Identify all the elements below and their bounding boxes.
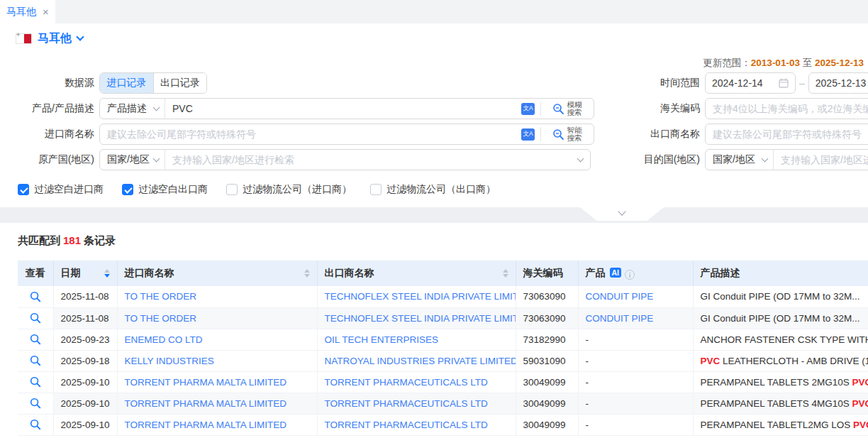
exporter-link[interactable]: TECHNOFLEX STEEL INDIA PRIVATE LIMITED [325,313,516,324]
date-to-input[interactable]: 2025-12-13 [808,72,868,94]
table-row: 2025-11-08 TO THE ORDER TECHNOFLEX STEEL… [18,307,868,329]
checkbox-filter-blank-exporter[interactable]: 过滤空白出口商 [122,183,208,196]
date-range-separator: – [799,77,805,89]
cell-product: - [578,393,693,414]
cell-importer: KELLY INDUSTRIES [117,350,317,371]
sort-icon[interactable] [503,269,508,278]
update-range-from: 2013-01-03 [751,58,800,68]
cell-hscode: 73063090 [516,286,578,307]
date-from-input[interactable]: 2024-12-14 [705,72,796,94]
cell-description: GI Conduit PIPE (OD 17MM to 32M... [693,307,868,329]
product-link[interactable]: - [586,420,589,430]
country-header: 马耳他 [0,23,868,53]
view-detail-icon[interactable] [30,291,41,302]
importer-link[interactable]: ENEMED CO LTD [125,334,203,345]
exporter-link[interactable]: OIL TECH ENTERPRISES [325,334,439,345]
checkbox-icon[interactable] [226,184,238,195]
importer-link[interactable]: TO THE ORDER [125,291,197,302]
tab-malta-label: 马耳他 [6,6,36,18]
translate-icon[interactable]: 文A [521,103,535,115]
product-link[interactable]: - [586,334,589,345]
hscode-input[interactable] [705,98,868,119]
checkbox-filter-blank-importer[interactable]: 过滤空白进口商 [18,183,104,196]
exporter-link[interactable]: TORRENT PHARMACEUTICALS LTD [325,420,488,430]
exporter-link[interactable]: TORRENT PHARMACEUTICALS LTD [325,398,488,409]
product-link[interactable]: - [586,377,589,388]
view-detail-icon[interactable] [30,398,41,409]
chevron-down-icon [153,155,160,163]
update-range-to: 2025-12-13 [815,58,864,68]
close-icon[interactable]: × [43,6,49,17]
destination-country-input[interactable] [774,150,868,170]
cell-date: 2025-09-10 [53,414,117,435]
importer-link[interactable]: TO THE ORDER [125,313,197,324]
chevron-down-icon [153,104,160,111]
cell-date: 2025-09-10 [53,393,117,414]
origin-type-select[interactable]: 国家/地区 [100,150,165,170]
smart-search-button[interactable]: 智能搜索 [541,124,594,144]
product-search-input[interactable] [165,99,521,119]
col-header-exporter[interactable]: 出口商名称 [317,261,516,286]
cell-date: 2025-09-18 [53,350,117,371]
product-link[interactable]: - [586,398,589,409]
translate-icon[interactable]: 文A [521,128,535,141]
cell-description: PVC LEATHERCLOTH - AMB DRIVE (1... [693,350,868,371]
tab-import-records[interactable]: 进口记录 [100,73,153,93]
checkbox-icon[interactable] [122,184,133,195]
search-icon [552,103,564,115]
cell-exporter: TORRENT PHARMACEUTICALS LTD [317,371,516,393]
exporter-link[interactable]: NATROYAL INDUSTRIES PRIVATE LIMITED [325,356,516,366]
exporter-link[interactable]: TECHNOFLEX STEEL INDIA PRIVATE LIMITED [325,291,516,302]
importer-input-group: 文A 智能搜索 [99,124,594,145]
checkbox-filter-logistics-importer[interactable]: 过滤物流公司（进口商） [226,183,352,196]
origin-label: 原产国(地区) [0,153,94,166]
timerange-label: 时间范围 [207,77,700,89]
cell-date: 2025-09-23 [53,329,117,350]
origin-country-input[interactable] [165,150,578,170]
tab-export-records[interactable]: 出口记录 [153,73,206,93]
cell-description: PERAMPANEL TABLETS 4MG10S PVC... [693,393,868,414]
product-link[interactable]: CONDUIT PIPE [586,291,654,302]
cell-date: 2025-11-08 [53,307,117,329]
cell-importer: ENEMED CO LTD [117,329,317,350]
cell-exporter: TORRENT PHARMACEUTICALS LTD [317,393,516,414]
checkbox-icon[interactable] [370,184,382,195]
exporter-input[interactable] [705,124,868,145]
col-header-date[interactable]: 日期 [53,261,117,286]
importer-link[interactable]: TORRENT PHARMA MALTA LIMITED [125,398,287,409]
cell-product: - [578,414,693,435]
importer-input[interactable] [100,124,521,144]
exporter-link[interactable]: TORRENT PHARMACEUTICALS LTD [325,377,488,388]
date-from-value: 2024-12-14 [712,77,763,89]
importer-link[interactable]: KELLY INDUSTRIES [125,356,214,366]
sort-icon[interactable] [104,269,110,278]
view-detail-icon[interactable] [30,376,41,388]
fuzzy-search-button[interactable]: 模糊搜索 [541,99,594,119]
checkbox-icon[interactable] [18,184,29,195]
tab-malta[interactable]: 马耳他 × [0,0,55,23]
destination-input-group: 国家/地区 [705,149,868,170]
exporter-label: 出口商名称 [594,128,700,141]
cell-description: ANCHOR FASTENER CSK TYPE WITH ... [693,329,868,350]
info-icon[interactable]: i [625,270,635,280]
importer-link[interactable]: TORRENT PHARMA MALTA LIMITED [125,420,287,430]
collapse-panel-button[interactable] [580,207,664,221]
sort-icon[interactable] [304,269,310,278]
cell-product: CONDUIT PIPE [578,286,693,307]
importer-link[interactable]: TORRENT PHARMA MALTA LIMITED [125,377,287,388]
product-type-select[interactable]: 产品描述 [100,99,165,119]
view-detail-icon[interactable] [30,312,41,324]
cell-importer: TORRENT PHARMA MALTA LIMITED [117,414,317,435]
col-header-importer[interactable]: 进口商名称 [117,261,317,286]
checkbox-filter-logistics-exporter[interactable]: 过滤物流公司（出口商） [370,183,496,196]
destination-type-select[interactable]: 国家/地区 [706,150,774,170]
col-header-hscode: 海关编码 [516,261,578,286]
date-to-value: 2025-12-13 [816,77,867,89]
cell-hscode: 73182990 [516,329,578,350]
view-detail-icon[interactable] [30,334,41,345]
view-detail-icon[interactable] [30,355,41,366]
chevron-down-icon[interactable] [76,33,84,40]
product-link[interactable]: CONDUIT PIPE [586,313,654,324]
view-detail-icon[interactable] [30,419,41,430]
product-link[interactable]: - [586,356,589,366]
